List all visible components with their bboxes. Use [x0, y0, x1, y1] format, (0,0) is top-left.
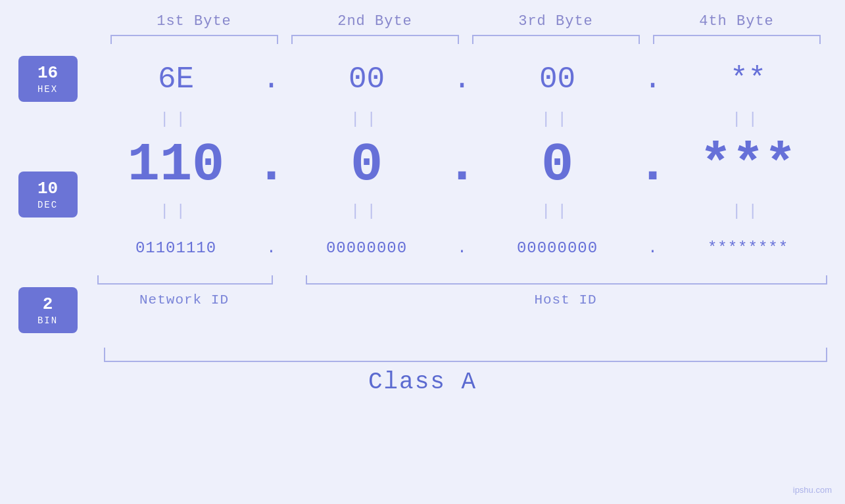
bin-badge-number: 2 — [43, 294, 53, 315]
hex-badge: 16 HEX — [18, 56, 78, 102]
id-label-spacer — [272, 292, 304, 308]
dot-dec-2: . — [446, 135, 479, 196]
byte-header-4: 4th Byte — [646, 13, 827, 35]
bin-val-4: ******** — [669, 239, 827, 257]
bracket-top-4 — [653, 35, 821, 44]
hex-val-1: 6E — [97, 62, 255, 97]
eq-1-4: || — [669, 110, 827, 128]
watermark: ipshu.com — [793, 485, 832, 495]
full-bottom-bracket — [104, 348, 827, 362]
hex-badge-number: 16 — [37, 63, 58, 83]
dot-dec-3: . — [637, 135, 669, 196]
hex-val-4: ** — [669, 62, 827, 97]
dot-bin-2: . — [446, 239, 479, 257]
byte-header-2: 2nd Byte — [285, 13, 466, 35]
dec-val-4: *** — [669, 135, 827, 196]
eq-2-1: || — [97, 202, 255, 220]
eq-2-4: || — [669, 202, 827, 220]
host-id-label: Host ID — [304, 292, 827, 308]
dec-val-1: 110 — [97, 135, 255, 196]
hex-row: 6E . 00 . 00 . ** — [97, 53, 827, 106]
dec-badge-name: DEC — [37, 200, 58, 210]
class-label: Class A — [368, 369, 477, 396]
bottom-brackets — [97, 275, 827, 288]
dec-val-2: 0 — [288, 135, 446, 196]
dot-dec-1: . — [255, 135, 288, 196]
bin-badge: 2 BIN — [18, 287, 78, 333]
id-label-row: Network ID Host ID — [97, 292, 827, 308]
hex-val-2: 00 — [288, 62, 446, 97]
eq-1-2: || — [288, 110, 446, 128]
hex-badge-name: HEX — [37, 84, 58, 95]
network-id-label: Network ID — [97, 292, 272, 308]
dot-hex-2: . — [446, 62, 479, 97]
bracket-spacer-1 — [273, 275, 306, 288]
byte-header-1: 1st Byte — [104, 13, 285, 35]
bin-badge-name: BIN — [37, 315, 58, 326]
eq-row-2: || || || || — [97, 198, 827, 224]
dot-hex-3: . — [637, 62, 669, 97]
bracket-top-3 — [472, 35, 640, 44]
bracket-top-2 — [291, 35, 459, 44]
eq-2-3: || — [479, 202, 637, 220]
host-bracket — [306, 275, 827, 285]
eq-1-1: || — [97, 110, 255, 128]
dec-row: 110 . 0 . 0 . *** — [97, 132, 827, 198]
network-bracket — [97, 275, 273, 285]
bin-val-3: 00000000 — [479, 239, 637, 257]
eq-row-1: || || || || — [97, 106, 827, 132]
dot-bin-3: . — [637, 239, 669, 257]
bracket-top-1 — [110, 35, 278, 44]
eq-1-3: || — [479, 110, 637, 128]
bin-val-2: 00000000 — [288, 239, 446, 257]
dot-bin-1: . — [255, 239, 288, 257]
bin-row: 01101110 . 00000000 . 00000000 . *******… — [97, 224, 827, 271]
dec-badge-number: 10 — [37, 179, 58, 199]
dec-val-3: 0 — [479, 135, 637, 196]
eq-2-2: || — [288, 202, 446, 220]
bin-val-1: 01101110 — [97, 239, 255, 257]
dec-badge: 10 DEC — [18, 172, 78, 218]
byte-header-3: 3rd Byte — [466, 13, 646, 35]
hex-val-3: 00 — [479, 62, 637, 97]
dot-hex-1: . — [255, 62, 288, 97]
